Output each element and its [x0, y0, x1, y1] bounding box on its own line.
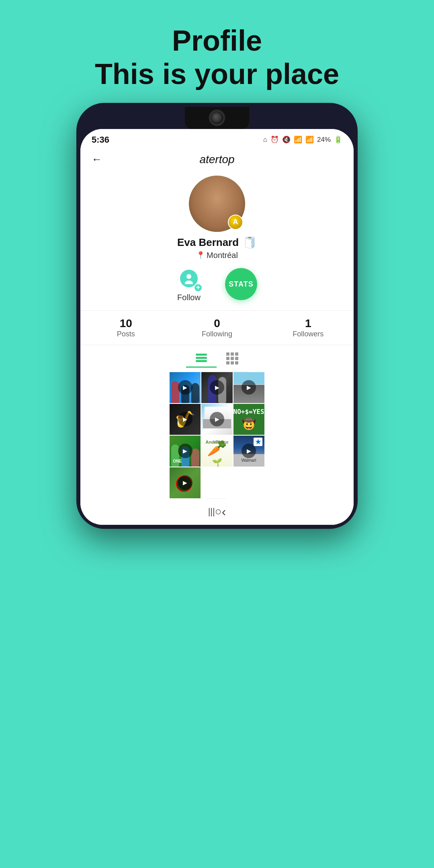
avatar-badge: A	[228, 215, 243, 230]
stats-row: 10 Posts 0 Following 1 Followers	[80, 310, 354, 345]
media-cell-5[interactable]: ▶	[201, 404, 232, 435]
person-svg	[183, 273, 194, 284]
dot-3	[235, 352, 238, 356]
play-button-5[interactable]: ▶	[210, 412, 224, 426]
grid-view-icon	[226, 352, 238, 364]
followers-count: 1	[305, 317, 311, 330]
status-icons: ⌂ ⏰ 🔇 📶 📶 24% 🔋	[263, 135, 342, 144]
dot-1	[226, 352, 229, 356]
media-grid: ▶ ▶	[170, 372, 264, 498]
dot-7	[226, 361, 229, 364]
app-username-title: atertop	[199, 153, 234, 166]
battery-icon: 🔋	[334, 135, 342, 144]
line-3	[196, 360, 207, 362]
location-pin-icon: 📍	[196, 251, 205, 260]
camera-lens	[209, 110, 225, 125]
followers-label: Followers	[293, 330, 323, 338]
follow-icon-container: +	[177, 266, 201, 291]
status-time: 5:36	[92, 135, 109, 145]
phone-device: 5:36 ⌂ ⏰ 🔇 📶 📶 24% 🔋 ← atertop	[76, 103, 358, 529]
media-cell-1[interactable]: ▶	[170, 372, 201, 403]
recent-apps-button[interactable]: |||	[208, 506, 215, 517]
play-button-1[interactable]: ▶	[178, 380, 192, 395]
play-button-9[interactable]: ▶	[242, 444, 256, 458]
dot-5	[231, 357, 234, 360]
media-cell-4[interactable]: 🎷 ▶	[170, 404, 201, 435]
home-button[interactable]: ○	[215, 505, 222, 518]
carrot-scene: iPhone Android 🥕 🌱	[201, 436, 232, 467]
play-button-3[interactable]: ▶	[242, 380, 256, 395]
battery-text: 24%	[317, 136, 331, 144]
dot-8	[231, 361, 234, 364]
media-cell-6[interactable]: NO+$=YES 🤠	[233, 404, 264, 435]
svg-point-1	[185, 280, 193, 284]
back-button[interactable]: ←	[92, 153, 102, 166]
media-cell-8[interactable]: iPhone Android 🥕 🌱	[201, 436, 232, 467]
status-bar: 5:36 ⌂ ⏰ 🔇 📶 📶 24% 🔋	[80, 129, 354, 149]
posts-stat: 10 Posts	[80, 317, 172, 338]
follow-label: Follow	[177, 293, 201, 302]
page-description-header: Profile This is your place	[95, 0, 339, 103]
following-count: 0	[214, 317, 220, 330]
play-button-7[interactable]: ▶	[178, 444, 192, 458]
chalk-text: NO+$=YES	[233, 408, 264, 416]
mute-icon: 🔇	[282, 135, 291, 144]
grid-view-toggle[interactable]	[217, 349, 248, 368]
phone-screen: 5:36 ⌂ ⏰ 🔇 📶 📶 24% 🔋 ← atertop	[80, 129, 354, 525]
action-buttons: + Follow STATS	[177, 266, 257, 302]
list-view-icon	[196, 354, 207, 362]
android-label: Android	[205, 440, 222, 444]
wifi-icon: 📶	[294, 135, 302, 144]
home-icon: ⌂	[263, 136, 267, 144]
back-gesture-button[interactable]: ‹	[222, 504, 226, 519]
location-text: Montréal	[207, 251, 238, 260]
media-cell-10[interactable]: ▶	[170, 467, 201, 498]
posts-label: Posts	[117, 330, 135, 338]
line-2	[196, 357, 207, 359]
media-cell-9[interactable]: ★ Walmart ▶	[233, 436, 264, 467]
bottom-navigation: ||| ○ ‹	[208, 498, 226, 525]
app-header: ← atertop	[80, 149, 354, 172]
following-label: Following	[202, 330, 232, 338]
follow-plus-icon: +	[194, 283, 203, 292]
page-title-line2: This is your place	[95, 57, 339, 91]
stats-label: STATS	[229, 280, 253, 289]
media-cell-3[interactable]: ▶	[233, 372, 264, 403]
signal-icon: 📶	[305, 135, 314, 144]
media-cell-2[interactable]: ▶	[201, 372, 232, 403]
profile-name-row: Eva Bernard 🧻	[177, 236, 257, 249]
profile-section: A Eva Bernard 🧻 📍 Montréal	[80, 172, 354, 525]
play-button-2[interactable]: ▶	[210, 380, 224, 395]
profile-name: Eva Bernard	[177, 236, 239, 249]
media-cell-7[interactable]: ONE ▶	[170, 436, 201, 467]
play-button-4[interactable]: ▶	[178, 412, 192, 426]
followers-stat: 1 Followers	[262, 317, 354, 338]
dot-9	[235, 361, 238, 364]
stats-button[interactable]: STATS	[225, 268, 257, 300]
dot-2	[231, 352, 234, 356]
list-view-toggle[interactable]	[186, 349, 217, 368]
camera-bump	[185, 107, 249, 129]
profile-location: 📍 Montréal	[196, 251, 238, 260]
chalkboard-scene: NO+$=YES 🤠	[233, 404, 264, 435]
play-button-10[interactable]: ▶	[178, 475, 192, 490]
follow-button[interactable]: + Follow	[177, 266, 201, 302]
avatar-container: A	[189, 176, 245, 232]
dot-6	[235, 357, 238, 360]
dot-4	[226, 357, 229, 360]
line-1	[196, 354, 207, 356]
posts-count: 10	[120, 317, 132, 330]
svg-point-0	[186, 274, 191, 279]
alarm-icon: ⏰	[270, 135, 279, 144]
page-title-line1: Profile	[95, 24, 339, 57]
toilet-paper-icon: 🧻	[243, 236, 257, 249]
following-stat: 0 Following	[172, 317, 263, 338]
view-toggle-bar	[186, 345, 248, 372]
